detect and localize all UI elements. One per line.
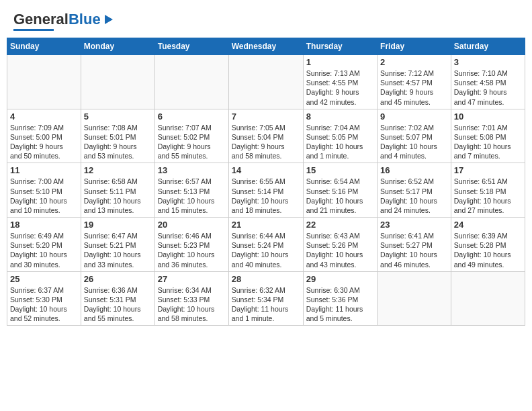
calendar-day-cell (378, 271, 451, 326)
day-number: 26 (84, 274, 152, 284)
day-number: 13 (158, 165, 226, 175)
day-number: 5 (84, 111, 152, 122)
calendar-day-cell: 9Sunrise: 7:02 AMSunset: 5:07 PMDaylight… (378, 109, 451, 163)
calendar-day-cell (154, 55, 228, 109)
day-number: 19 (84, 220, 152, 230)
calendar-day-cell (81, 55, 154, 109)
day-info: Sunrise: 7:07 AMSunset: 5:02 PMDaylight:… (158, 123, 226, 161)
day-number: 20 (158, 220, 226, 230)
calendar-day-cell (228, 55, 303, 109)
calendar-day-cell: 14Sunrise: 6:55 AMSunset: 5:14 PMDayligh… (228, 163, 303, 218)
day-info: Sunrise: 6:58 AMSunset: 5:11 PMDaylight:… (84, 177, 152, 215)
calendar-day-cell: 26Sunrise: 6:36 AMSunset: 5:31 PMDayligh… (81, 271, 154, 326)
logo-text: GeneralBlue (13, 12, 101, 27)
day-info: Sunrise: 6:32 AMSunset: 5:34 PMDaylight:… (232, 285, 300, 324)
calendar-day-cell: 21Sunrise: 6:44 AMSunset: 5:24 PMDayligh… (228, 218, 303, 272)
calendar-day-cell: 24Sunrise: 6:39 AMSunset: 5:28 PMDayligh… (451, 218, 525, 272)
day-info: Sunrise: 7:00 AMSunset: 5:10 PMDaylight:… (10, 177, 78, 215)
day-info: Sunrise: 7:08 AMSunset: 5:01 PMDaylight:… (84, 123, 152, 161)
day-number: 6 (158, 111, 226, 122)
day-info: Sunrise: 7:10 AMSunset: 4:58 PMDaylight:… (454, 68, 522, 107)
logo-underline (13, 29, 54, 31)
day-info: Sunrise: 7:01 AMSunset: 5:08 PMDaylight:… (454, 123, 522, 161)
day-info: Sunrise: 6:55 AMSunset: 5:14 PMDaylight:… (232, 177, 300, 215)
calendar-day-cell: 15Sunrise: 6:54 AMSunset: 5:16 PMDayligh… (303, 163, 377, 218)
day-number: 12 (84, 165, 152, 175)
calendar-day-cell (7, 55, 81, 109)
calendar-day-cell: 18Sunrise: 6:49 AMSunset: 5:20 PMDayligh… (7, 218, 81, 272)
day-info: Sunrise: 6:44 AMSunset: 5:24 PMDaylight:… (232, 231, 300, 269)
calendar-day-cell: 6Sunrise: 7:07 AMSunset: 5:02 PMDaylight… (154, 109, 228, 163)
calendar-day-cell: 1Sunrise: 7:13 AMSunset: 4:55 PMDaylight… (303, 55, 377, 109)
day-number: 11 (10, 165, 78, 175)
day-number: 8 (306, 111, 374, 122)
day-info: Sunrise: 6:37 AMSunset: 5:30 PMDaylight:… (10, 285, 78, 324)
calendar-day-cell: 11Sunrise: 7:00 AMSunset: 5:10 PMDayligh… (7, 163, 81, 218)
day-info: Sunrise: 6:46 AMSunset: 5:23 PMDaylight:… (158, 231, 226, 269)
calendar-week-row: 11Sunrise: 7:00 AMSunset: 5:10 PMDayligh… (7, 163, 525, 218)
calendar-header-cell: Monday (81, 38, 154, 55)
calendar-header-cell: Thursday (303, 38, 377, 55)
svg-marker-0 (105, 15, 113, 24)
day-info: Sunrise: 7:02 AMSunset: 5:07 PMDaylight:… (380, 123, 448, 161)
day-number: 28 (232, 274, 300, 284)
day-info: Sunrise: 7:12 AMSunset: 4:57 PMDaylight:… (380, 68, 448, 107)
day-number: 23 (380, 220, 448, 230)
logo-arrow-icon (102, 13, 114, 26)
calendar-day-cell (451, 271, 525, 326)
day-number: 7 (232, 111, 300, 122)
day-number: 25 (10, 274, 78, 284)
calendar-day-cell: 3Sunrise: 7:10 AMSunset: 4:58 PMDaylight… (451, 55, 525, 109)
day-number: 29 (306, 274, 374, 284)
day-number: 22 (306, 220, 374, 230)
page-header: GeneralBlue (7, 7, 525, 34)
day-info: Sunrise: 6:57 AMSunset: 5:13 PMDaylight:… (158, 177, 226, 215)
calendar-day-cell: 13Sunrise: 6:57 AMSunset: 5:13 PMDayligh… (154, 163, 228, 218)
day-info: Sunrise: 6:49 AMSunset: 5:20 PMDaylight:… (10, 231, 78, 269)
calendar-header-cell: Tuesday (154, 38, 228, 55)
day-info: Sunrise: 7:04 AMSunset: 5:05 PMDaylight:… (306, 123, 374, 161)
calendar-day-cell: 23Sunrise: 6:41 AMSunset: 5:27 PMDayligh… (378, 218, 451, 272)
day-number: 24 (454, 220, 522, 230)
day-info: Sunrise: 6:54 AMSunset: 5:16 PMDaylight:… (306, 177, 374, 215)
calendar-day-cell: 28Sunrise: 6:32 AMSunset: 5:34 PMDayligh… (228, 271, 303, 326)
day-number: 1 (306, 57, 374, 67)
day-number: 3 (454, 57, 522, 67)
calendar-week-row: 1Sunrise: 7:13 AMSunset: 4:55 PMDaylight… (7, 55, 525, 109)
day-number: 21 (232, 220, 300, 230)
day-number: 16 (380, 165, 448, 175)
day-number: 2 (380, 57, 448, 67)
calendar-header-row: SundayMondayTuesdayWednesdayThursdayFrid… (7, 38, 525, 55)
calendar-table: SundayMondayTuesdayWednesdayThursdayFrid… (7, 38, 525, 326)
day-info: Sunrise: 6:52 AMSunset: 5:17 PMDaylight:… (380, 177, 448, 215)
day-info: Sunrise: 6:30 AMSunset: 5:36 PMDaylight:… (306, 285, 374, 324)
calendar-header-cell: Wednesday (228, 38, 303, 55)
calendar-day-cell: 19Sunrise: 6:47 AMSunset: 5:21 PMDayligh… (81, 218, 154, 272)
calendar-day-cell: 12Sunrise: 6:58 AMSunset: 5:11 PMDayligh… (81, 163, 154, 218)
day-info: Sunrise: 7:09 AMSunset: 5:00 PMDaylight:… (10, 123, 78, 161)
day-number: 14 (232, 165, 300, 175)
calendar-header-cell: Sunday (7, 38, 81, 55)
calendar-header-cell: Saturday (451, 38, 525, 55)
calendar-body: 1Sunrise: 7:13 AMSunset: 4:55 PMDaylight… (7, 55, 525, 326)
calendar-week-row: 4Sunrise: 7:09 AMSunset: 5:00 PMDaylight… (7, 109, 525, 163)
day-number: 15 (306, 165, 374, 175)
calendar-day-cell: 8Sunrise: 7:04 AMSunset: 5:05 PMDaylight… (303, 109, 377, 163)
calendar-day-cell: 20Sunrise: 6:46 AMSunset: 5:23 PMDayligh… (154, 218, 228, 272)
day-info: Sunrise: 7:05 AMSunset: 5:04 PMDaylight:… (232, 123, 300, 161)
calendar-day-cell: 4Sunrise: 7:09 AMSunset: 5:00 PMDaylight… (7, 109, 81, 163)
calendar-header-cell: Friday (378, 38, 451, 55)
day-number: 27 (158, 274, 226, 284)
day-info: Sunrise: 6:39 AMSunset: 5:28 PMDaylight:… (454, 231, 522, 269)
calendar-day-cell: 7Sunrise: 7:05 AMSunset: 5:04 PMDaylight… (228, 109, 303, 163)
calendar-day-cell: 29Sunrise: 6:30 AMSunset: 5:36 PMDayligh… (303, 271, 377, 326)
day-number: 9 (380, 111, 448, 122)
calendar-day-cell: 17Sunrise: 6:51 AMSunset: 5:18 PMDayligh… (451, 163, 525, 218)
day-number: 18 (10, 220, 78, 230)
day-info: Sunrise: 6:47 AMSunset: 5:21 PMDaylight:… (84, 231, 152, 269)
calendar-day-cell: 2Sunrise: 7:12 AMSunset: 4:57 PMDaylight… (378, 55, 451, 109)
day-info: Sunrise: 6:36 AMSunset: 5:31 PMDaylight:… (84, 285, 152, 324)
calendar-week-row: 25Sunrise: 6:37 AMSunset: 5:30 PMDayligh… (7, 271, 525, 326)
calendar-day-cell: 10Sunrise: 7:01 AMSunset: 5:08 PMDayligh… (451, 109, 525, 163)
day-info: Sunrise: 6:43 AMSunset: 5:26 PMDaylight:… (306, 231, 374, 269)
